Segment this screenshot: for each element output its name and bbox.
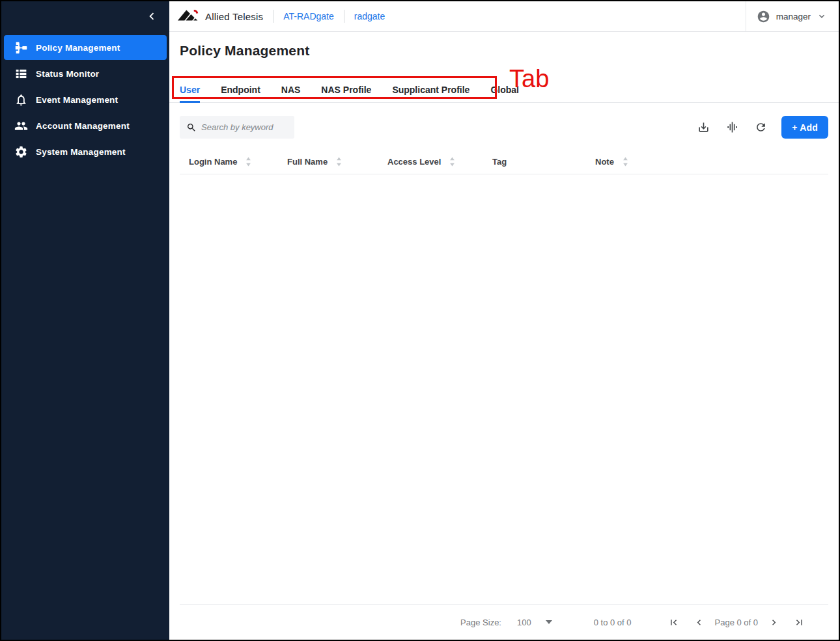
first-page-button[interactable] [668,617,679,628]
bell-icon [14,92,28,107]
sidebar-collapse-button[interactable] [143,9,160,26]
column-header-label: Full Name [287,157,328,167]
sidebar-item-label: Policy Management [36,43,120,53]
column-header-label: Login Name [189,157,237,167]
page-title: Policy Management [180,43,828,59]
user-menu[interactable]: manager [746,1,839,31]
topbar: Allied Telesis AT-RADgate radgate manage… [169,1,839,32]
column-header-full-name[interactable]: Full Name [278,157,378,167]
sidebar-item-account-management[interactable]: Account Management [4,113,167,138]
list-icon [14,66,28,81]
sort-arrows-icon [449,157,455,167]
sidebar-item-label: Account Management [36,121,130,131]
page-indicator-text: Page 0 of 0 [715,618,759,627]
sidebar-nav: Policy ManagementStatus MonitorEvent Man… [1,34,169,165]
column-header-label: Tag [492,157,507,167]
page-size-label: Page Size: [460,618,501,627]
row-range-text: 0 to 0 of 0 [594,618,632,627]
table-body-empty [169,174,839,604]
tab-bar: UserEndpointNASNAS ProfileSupplicant Pro… [169,77,839,103]
sidebar-item-label: Event Management [36,95,118,105]
tab-nas-profile[interactable]: NAS Profile [321,77,371,102]
column-settings-button[interactable] [725,121,738,134]
table-header-row: Login NameFull NameAccess LevelTagNote [180,149,828,174]
column-header-login-name[interactable]: Login Name [180,157,278,167]
sort-arrows-icon [336,157,342,167]
column-header-access-level[interactable]: Access Level [378,157,483,167]
add-button[interactable]: + Add [781,116,828,139]
sidebar-item-label: System Management [36,147,126,157]
topbar-divider [344,10,344,23]
sidebar-item-label: Status Monitor [36,69,99,79]
policy-icon [14,40,28,55]
sidebar-item-status-monitor[interactable]: Status Monitor [4,61,167,86]
last-page-icon [794,617,805,628]
column-header-note[interactable]: Note [586,157,828,167]
chevron-left-icon [693,617,705,628]
sort-arrows-icon [623,157,628,167]
page-size-select[interactable]: 100 [517,618,552,627]
last-page-button[interactable] [794,617,805,628]
allied-telesis-logo-icon [177,8,202,25]
account-circle-icon [757,10,770,23]
refresh-icon [755,121,767,133]
sidebar-header [1,1,169,34]
sidebar-item-system-management[interactable]: System Management [4,139,167,164]
main-area: Allied Telesis AT-RADgate radgate manage… [169,1,839,640]
column-header-tag: Tag [483,157,586,167]
search-icon [186,122,197,133]
export-download-button[interactable] [697,121,710,134]
caret-down-icon [546,620,552,624]
brand-text: Allied Telesis [205,11,263,22]
columns-icon [726,121,738,133]
content: Policy Management UserEndpointNASNAS Pro… [169,32,839,640]
app-name-link[interactable]: AT-RADgate [283,11,334,21]
refresh-button[interactable] [754,121,767,134]
chevron-down-icon [817,11,827,21]
sidebar-item-policy-management[interactable]: Policy Management [4,35,167,60]
sidebar-item-event-management[interactable]: Event Management [4,87,167,112]
next-page-button[interactable] [768,617,779,628]
people-icon [14,118,28,133]
app-window: Policy ManagementStatus MonitorEvent Man… [0,0,840,641]
tab-user[interactable]: User [180,77,200,102]
chevron-left-icon [145,9,159,26]
topbar-divider [273,10,273,23]
brand: Allied Telesis [177,8,263,25]
previous-page-button[interactable] [693,617,705,628]
gear-icon [14,144,28,159]
chevron-right-icon [768,617,779,628]
search-box [180,116,294,139]
page-size-value: 100 [517,618,531,627]
search-input[interactable] [201,122,291,132]
table-footer: Page Size: 100 0 to 0 of 0 Page 0 of 0 [180,604,828,640]
toolbar: + Add [180,116,828,139]
column-header-label: Note [595,157,614,167]
first-page-icon [668,617,679,628]
sort-arrows-icon [245,157,251,167]
tab-supplicant-profile[interactable]: Supplicant Profile [392,77,469,102]
user-name: manager [776,12,811,21]
sidebar: Policy ManagementStatus MonitorEvent Man… [1,1,169,640]
tab-endpoint[interactable]: Endpoint [221,77,260,102]
download-icon [697,121,710,133]
toolbar-actions: + Add [681,116,828,139]
tab-nas[interactable]: NAS [281,77,301,102]
column-header-label: Access Level [387,157,441,167]
tab-global[interactable]: Global [490,77,519,102]
hostname-link[interactable]: radgate [354,11,385,21]
